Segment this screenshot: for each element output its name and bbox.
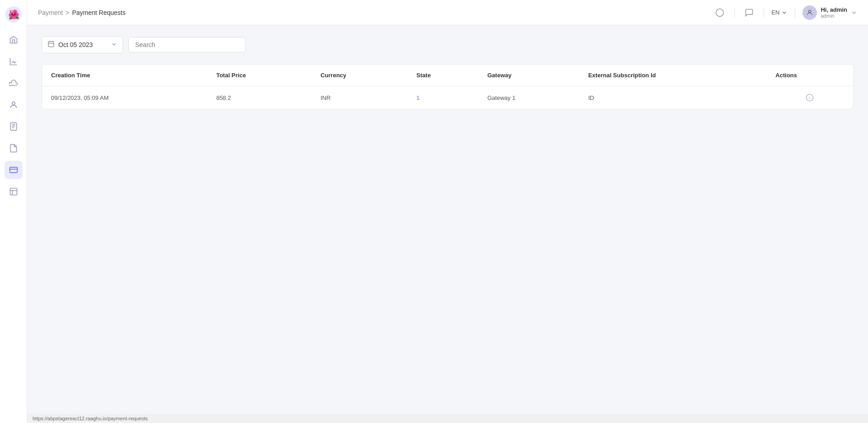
date-chevron-icon (111, 41, 117, 49)
table-container: Creation Time Total Price Currency State… (42, 64, 854, 109)
app-logo: 🌺 (5, 5, 23, 24)
sidebar-item-cloud[interactable] (5, 74, 23, 92)
col-creation-time: Creation Time (42, 65, 207, 86)
breadcrumb-current: Payment Requests (72, 9, 125, 16)
avatar (802, 5, 817, 20)
cell-state: 1 (407, 86, 478, 109)
sidebar-item-analytics[interactable] (5, 52, 23, 70)
payment-requests-table: Creation Time Total Price Currency State… (42, 65, 853, 109)
breadcrumb-parent: Payment (38, 9, 63, 16)
cell-creation-time: 09/12/2023, 05:09 AM (42, 86, 207, 109)
col-currency: Currency (311, 65, 407, 86)
svg-text:🌺: 🌺 (8, 9, 19, 20)
cell-total-price: 858.2 (207, 86, 311, 109)
header-right: EN Hi, admin admin (712, 5, 857, 20)
svg-rect-9 (10, 188, 17, 195)
svg-rect-14 (48, 42, 54, 47)
col-total-price: Total Price (207, 65, 311, 86)
table-row: 09/12/2023, 05:09 AM 858.2 INR 1 Gateway… (42, 86, 853, 109)
user-text: Hi, admin admin (821, 6, 847, 19)
user-role: admin (821, 13, 847, 19)
sidebar: 🌺 (0, 0, 27, 423)
cell-external-subscription-id: ID (579, 86, 766, 109)
message-icon[interactable] (742, 5, 756, 20)
svg-point-2 (12, 102, 15, 105)
main-content: Payment > Payment Requests EN (27, 0, 868, 423)
language-selector[interactable]: EN (771, 9, 788, 16)
sidebar-item-home[interactable] (5, 31, 23, 49)
calendar-icon (47, 40, 55, 49)
statusbar-url: https://abpstagereact12.raaghu.io/paymen… (33, 416, 148, 421)
header-divider-1 (734, 7, 735, 18)
date-picker[interactable]: Oct 05 2023 (42, 36, 123, 53)
header-divider-3 (795, 7, 795, 18)
sidebar-item-doc1[interactable] (5, 118, 23, 136)
sidebar-item-payment[interactable] (5, 161, 23, 179)
svg-rect-7 (9, 167, 17, 173)
statusbar: https://abpstagereact12.raaghu.io/paymen… (27, 414, 868, 423)
date-value: Oct 05 2023 (58, 41, 93, 48)
search-input[interactable] (128, 37, 246, 52)
col-actions: Actions (766, 65, 853, 86)
filter-bar: Oct 05 2023 (42, 36, 854, 53)
svg-point-12 (716, 9, 724, 16)
sidebar-item-doc3[interactable] (5, 183, 23, 201)
header: Payment > Payment Requests EN (27, 0, 868, 25)
breadcrumb-separator: > (66, 9, 69, 16)
col-external-subscription-id: External Subscription Id (579, 65, 766, 86)
user-greeting: Hi, admin (821, 6, 847, 13)
state-link[interactable]: 1 (416, 94, 420, 101)
lang-label: EN (771, 9, 779, 16)
table-header-row: Creation Time Total Price Currency State… (42, 65, 853, 86)
action-info-icon[interactable] (775, 94, 844, 102)
svg-point-13 (809, 10, 811, 12)
breadcrumb: Payment > Payment Requests (38, 9, 126, 16)
cell-actions (766, 86, 853, 109)
header-divider-2 (764, 7, 764, 18)
user-chevron-icon (851, 9, 857, 16)
sidebar-item-user[interactable] (5, 96, 23, 114)
sidebar-item-doc2[interactable] (5, 139, 23, 157)
cell-currency: INR (311, 86, 407, 109)
col-gateway: Gateway (478, 65, 579, 86)
cell-gateway: Gateway 1 (478, 86, 579, 109)
user-info[interactable]: Hi, admin admin (802, 5, 857, 20)
page-content: Oct 05 2023 Creation Time Total Price Cu… (27, 25, 868, 414)
notification-icon[interactable] (712, 5, 727, 20)
col-state: State (407, 65, 478, 86)
